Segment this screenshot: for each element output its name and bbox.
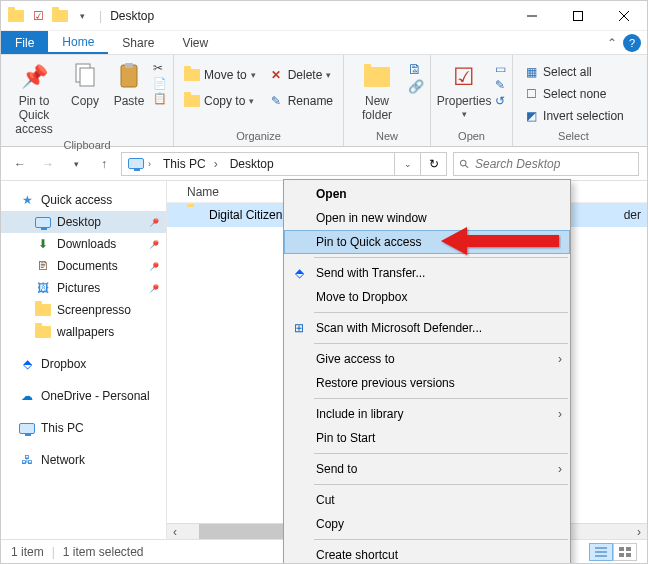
select-all-icon: ▦	[523, 64, 539, 80]
copy-path-icon[interactable]: 📄	[153, 77, 167, 90]
group-select: ▦Select all ☐Select none ◩Invert selecti…	[513, 55, 634, 146]
move-to-button[interactable]: Move to▾	[180, 65, 260, 85]
tab-home[interactable]: Home	[48, 31, 108, 54]
search-icon: ⚲	[456, 155, 472, 171]
nav-up-button[interactable]: ↑	[93, 153, 115, 175]
copy-to-icon	[184, 93, 200, 109]
ctx-pin-quick-access[interactable]: Pin to Quick access	[284, 230, 570, 254]
nav-thispc[interactable]: This PC	[1, 417, 166, 439]
maximize-button[interactable]	[555, 1, 601, 31]
select-all-button[interactable]: ▦Select all	[519, 62, 628, 82]
tab-view[interactable]: View	[168, 31, 222, 54]
ctx-open[interactable]: Open	[284, 182, 570, 206]
nav-desktop[interactable]: Desktop📍	[1, 211, 166, 233]
nav-recent-button[interactable]: ▾	[65, 153, 87, 175]
easy-access-icon[interactable]: 🔗	[408, 79, 424, 94]
paste-icon	[113, 61, 145, 93]
group-label: Select	[519, 129, 628, 142]
invert-selection-icon: ◩	[523, 108, 539, 124]
ctx-separator	[314, 343, 568, 344]
view-details-button[interactable]	[589, 543, 613, 561]
nav-dropbox[interactable]: ⬘Dropbox	[1, 353, 166, 375]
minimize-button[interactable]	[509, 1, 555, 31]
open-icon[interactable]: ▭	[495, 62, 506, 76]
nav-downloads[interactable]: ⬇Downloads📍	[1, 233, 166, 255]
address-dropdown-button[interactable]: ⌄	[394, 152, 420, 176]
nav-pictures[interactable]: 🖼Pictures📍	[1, 277, 166, 299]
refresh-button[interactable]: ↻	[420, 152, 446, 176]
folder-icon	[187, 207, 203, 223]
svg-rect-1	[574, 11, 583, 20]
qat-properties-icon[interactable]: ☑	[29, 7, 47, 25]
svg-rect-13	[619, 553, 624, 557]
help-button[interactable]: ?	[623, 34, 641, 52]
ctx-open-new-window[interactable]: Open in new window	[284, 206, 570, 230]
group-label: Open	[437, 129, 506, 142]
new-folder-icon	[361, 61, 393, 93]
nav-documents[interactable]: 🖹Documents📍	[1, 255, 166, 277]
ctx-scan-defender[interactable]: ⊞Scan with Microsoft Defender...	[284, 316, 570, 340]
history-icon[interactable]: ↺	[495, 94, 506, 108]
ribbon-tabs: File Home Share View ⌃ ?	[1, 31, 647, 55]
file-type-partial: der	[624, 208, 647, 222]
cut-icon[interactable]: ✂	[153, 61, 167, 75]
pin-icon: 📍	[146, 236, 162, 252]
copy-icon	[69, 61, 101, 93]
network-icon: 🖧	[19, 452, 35, 468]
defender-shield-icon: ⊞	[290, 319, 308, 337]
copy-button[interactable]: Copy	[65, 59, 105, 111]
group-label: New	[350, 129, 424, 142]
nav-forward-button[interactable]: →	[37, 153, 59, 175]
pin-quick-access-button[interactable]: 📌 Pin to Quick access	[7, 59, 61, 138]
ctx-pin-start[interactable]: Pin to Start	[284, 426, 570, 450]
copy-to-button[interactable]: Copy to▾	[180, 91, 260, 111]
folder-qat-icon[interactable]	[51, 7, 69, 25]
properties-button[interactable]: ☑ Properties ▾	[437, 59, 491, 121]
ctx-send-transfer[interactable]: ⬘Send with Transfer...	[284, 261, 570, 285]
new-folder-button[interactable]: New folder	[350, 59, 404, 125]
view-thumbnails-button[interactable]	[613, 543, 637, 561]
ctx-include-library[interactable]: Include in library›	[284, 402, 570, 426]
scroll-right-icon[interactable]: ›	[631, 524, 647, 539]
edit-icon[interactable]: ✎	[495, 78, 506, 92]
qat-dropdown-icon[interactable]: ▾	[73, 7, 91, 25]
scroll-left-icon[interactable]: ‹	[167, 524, 183, 539]
ctx-copy[interactable]: Copy	[284, 512, 570, 536]
nav-quick-access[interactable]: ★Quick access	[1, 189, 166, 211]
tab-file[interactable]: File	[1, 31, 48, 54]
ctx-create-shortcut[interactable]: Create shortcut	[284, 543, 570, 564]
rename-button[interactable]: ✎Rename	[264, 91, 337, 111]
svg-rect-5	[80, 68, 94, 86]
close-button[interactable]	[601, 1, 647, 31]
address-root-icon[interactable]: ›	[122, 153, 157, 175]
nav-wallpapers[interactable]: wallpapers	[1, 321, 166, 343]
ctx-send-to[interactable]: Send to›	[284, 457, 570, 481]
search-box[interactable]: ⚲ Search Desktop	[453, 152, 639, 176]
paste-shortcut-icon[interactable]: 📋	[153, 92, 167, 105]
ctx-give-access[interactable]: Give access to›	[284, 347, 570, 371]
ctx-restore-versions[interactable]: Restore previous versions	[284, 371, 570, 395]
paste-button[interactable]: Paste	[109, 59, 149, 111]
address-box[interactable]: › This PC Desktop ⌄ ↻	[121, 152, 447, 176]
ctx-move-dropbox[interactable]: Move to Dropbox	[284, 285, 570, 309]
select-none-button[interactable]: ☐Select none	[519, 84, 628, 104]
nav-screenpresso[interactable]: Screenpresso	[1, 299, 166, 321]
nav-network[interactable]: 🖧Network	[1, 449, 166, 471]
svg-rect-14	[626, 553, 631, 557]
pictures-icon: 🖼	[35, 280, 51, 296]
ribbon-collapse-icon[interactable]: ⌃	[607, 31, 623, 54]
search-placeholder: Search Desktop	[475, 157, 560, 171]
tab-share[interactable]: Share	[108, 31, 168, 54]
context-menu: Open Open in new window Pin to Quick acc…	[283, 179, 571, 564]
group-open: ☑ Properties ▾ ▭ ✎ ↺ Open	[431, 55, 513, 146]
delete-button[interactable]: ✕Delete▾	[264, 65, 337, 85]
address-seg-thispc[interactable]: This PC	[157, 153, 224, 175]
invert-selection-button[interactable]: ◩Invert selection	[519, 106, 628, 126]
new-item-icon[interactable]: 🖺	[408, 62, 424, 77]
thispc-icon	[19, 420, 35, 436]
nav-onedrive[interactable]: ☁OneDrive - Personal	[1, 385, 166, 407]
ctx-cut[interactable]: Cut	[284, 488, 570, 512]
address-seg-desktop[interactable]: Desktop	[224, 153, 280, 175]
group-new: New folder 🖺 🔗 New	[344, 55, 431, 146]
nav-back-button[interactable]: ←	[9, 153, 31, 175]
